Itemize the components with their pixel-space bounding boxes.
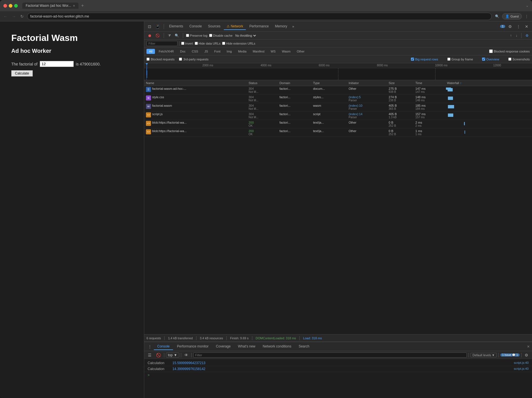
settings-button[interactable]: ⚙ (507, 24, 513, 29)
console-prompt[interactable]: > (144, 372, 532, 378)
group-by-frame-option[interactable]: Group by frame (447, 58, 473, 61)
more-button[interactable]: ⋮ (524, 14, 530, 19)
col-status[interactable]: Status (247, 80, 278, 86)
tab-memory[interactable]: Memory (272, 23, 290, 30)
big-rows-option[interactable]: Big request rows (411, 58, 438, 61)
calculate-button[interactable]: Calculate (11, 70, 33, 76)
type-manifest-button[interactable]: Manifest (250, 49, 267, 54)
network-table-wrapper[interactable]: Name Status Domain Type Initiator Size T… (144, 80, 532, 334)
back-button[interactable]: ← (2, 14, 8, 19)
disable-cache-checkbox[interactable] (209, 34, 212, 37)
search-button[interactable]: 🔍 (174, 33, 180, 38)
console-menu-button[interactable]: ⋮ (146, 344, 153, 349)
console-close-button[interactable]: ✕ (527, 345, 530, 349)
type-all-button[interactable]: All (146, 49, 155, 54)
name-cell[interactable]: ⧉ style.css (144, 95, 247, 103)
import-har-button[interactable]: ↑ (509, 33, 513, 38)
type-ws-button[interactable]: WS (268, 49, 278, 54)
tab-close-button[interactable]: ✕ (73, 4, 75, 7)
forward-button[interactable]: → (11, 14, 17, 19)
table-row[interactable]: ☰ factorial-wasm-ad-hoc-... 304 Not M... (144, 86, 532, 95)
more-tabs-button[interactable]: » (290, 24, 296, 29)
console-link-2[interactable]: script.js:40 (514, 367, 529, 370)
hide-data-urls-checkbox[interactable] (195, 42, 198, 45)
record-button[interactable]: ⏺ (146, 33, 153, 38)
col-name[interactable]: Name (144, 80, 247, 86)
type-font-button[interactable]: Font (212, 49, 223, 54)
name-cell[interactable]: <> blob:https://factorial-wa... (144, 120, 247, 128)
third-party-option[interactable]: 3rd-party requests (179, 58, 208, 61)
col-size[interactable]: Size (387, 80, 414, 86)
hide-extension-urls-checkbox[interactable] (222, 42, 225, 45)
console-clear-button[interactable]: 🚫 (155, 352, 162, 358)
table-row[interactable]: <> blob:https://factorial-wa... 200 OK (144, 128, 532, 137)
table-row[interactable]: <> script.js 304 Not M... factori. (144, 111, 532, 120)
factorial-input[interactable] (40, 61, 74, 67)
name-cell[interactable]: <> script.js (144, 111, 247, 120)
col-type[interactable]: Type (311, 80, 347, 86)
context-selector[interactable]: top ▼ (166, 353, 179, 358)
col-initiator[interactable]: Initiator (347, 80, 387, 86)
console-tab-whats-new[interactable]: What's new (235, 343, 259, 350)
console-link-1[interactable]: script.js:40 (514, 361, 529, 364)
invert-label[interactable]: Invert (181, 42, 193, 45)
hide-data-urls-label[interactable]: Hide data URLs (195, 42, 221, 45)
type-fetch-xhr-button[interactable]: Fetch/XHR (156, 49, 176, 54)
console-tab-perf[interactable]: Performance monitor (174, 343, 212, 350)
new-tab-button[interactable]: + (80, 3, 86, 9)
tab-network[interactable]: ⚠ Network (224, 23, 246, 30)
blocked-cookies-label[interactable]: Blocked response cookies (489, 49, 530, 53)
disable-cache-label[interactable]: Disable cache (209, 34, 233, 37)
tab-performance[interactable]: Performance (246, 23, 272, 30)
blocked-requests-checkbox[interactable] (146, 58, 150, 61)
browser-tab[interactable]: Factorial Wasm (ad hoc Wor... ✕ (22, 3, 78, 9)
export-har-button[interactable]: ↓ (515, 33, 518, 38)
settings-network-button[interactable]: ⚙ (524, 33, 530, 38)
col-domain[interactable]: Domain (278, 80, 311, 86)
tab-sources[interactable]: Sources (205, 23, 223, 30)
console-tab-network-cond[interactable]: Network conditions (259, 343, 295, 350)
hide-extension-urls-label[interactable]: Hide extension URLs (222, 42, 255, 45)
filter-input[interactable] (146, 41, 178, 46)
name-cell[interactable]: ☰ factorial-wasm-ad-hoc-... (144, 86, 247, 95)
console-filter-input[interactable] (193, 353, 467, 358)
eye-button[interactable]: 👁 (183, 352, 190, 358)
type-wasm-button[interactable]: Wasm (279, 49, 293, 54)
device-toolbar-button[interactable]: 📱 (154, 24, 161, 29)
type-other-button[interactable]: Other (294, 49, 307, 54)
filter-button[interactable]: ⧩ (167, 33, 172, 38)
type-js-button[interactable]: JS (202, 49, 211, 54)
maximize-traffic-light[interactable] (14, 4, 18, 8)
guest-button[interactable]: 👤 Guest (502, 13, 522, 19)
default-levels-button[interactable]: Default levels ▼ (470, 353, 497, 357)
more-options-button[interactable]: ⋮ (515, 24, 522, 29)
col-time[interactable]: Time (414, 80, 445, 86)
screenshots-option[interactable]: Screenshots (508, 58, 530, 61)
close-devtools-button[interactable]: ✕ (524, 24, 530, 29)
reload-button[interactable]: ↻ (19, 14, 25, 19)
blocked-requests-option[interactable]: Blocked requests (146, 58, 174, 61)
minimize-traffic-light[interactable] (9, 4, 12, 8)
table-row[interactable]: W factorial.wasm 304 Not M... fact (144, 103, 532, 111)
overview-checkbox[interactable] (482, 58, 485, 61)
issues-count-badge[interactable]: 1 Issue 💬 1 (500, 353, 520, 357)
console-content[interactable]: Calculation 15.599999964237213 script.js… (144, 359, 532, 398)
initiator-link[interactable]: (index):14 (349, 112, 385, 116)
console-tab-search[interactable]: Search (295, 343, 313, 350)
preserve-log-label[interactable]: Preserve log (186, 34, 207, 37)
screenshots-checkbox[interactable] (508, 58, 511, 61)
inspect-element-button[interactable]: ⊡ (146, 24, 153, 29)
zoom-button[interactable]: 🔍 (494, 14, 500, 19)
tab-expand-button[interactable]: ⌄ (526, 4, 529, 8)
type-css-button[interactable]: CSS (189, 49, 201, 54)
col-waterfall[interactable]: Waterfall (445, 80, 532, 86)
big-rows-checkbox[interactable] (411, 58, 414, 61)
name-cell[interactable]: <> blob:https://factorial-wa... (144, 128, 247, 137)
blocked-cookies-checkbox[interactable] (489, 49, 493, 53)
type-media-button[interactable]: Media (235, 49, 249, 54)
third-party-checkbox[interactable] (179, 58, 182, 61)
invert-checkbox[interactable] (181, 42, 184, 45)
clear-button[interactable]: 🚫 (154, 33, 161, 38)
initiator-link[interactable]: (index):10 (349, 104, 385, 107)
table-row[interactable]: <> blob:https://factorial-wa... 200 OK (144, 120, 532, 128)
